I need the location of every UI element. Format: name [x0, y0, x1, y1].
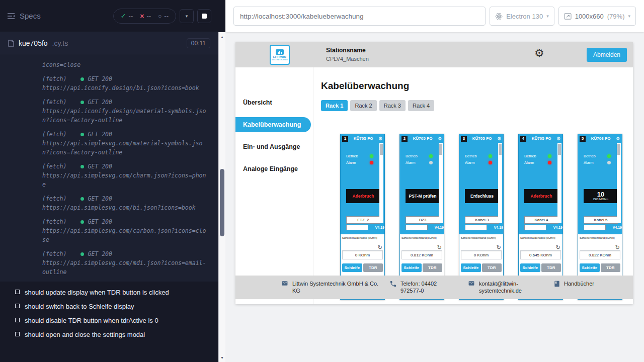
- scrollbar-thumb[interactable]: [380, 144, 383, 155]
- footer-manuals[interactable]: Handbücher: [553, 280, 594, 288]
- schleife-button[interactable]: Schleife: [520, 263, 540, 272]
- sidebar-item-ein-und-ausgaenge[interactable]: Ein- und Ausgänge: [235, 136, 313, 158]
- url-input[interactable]: [233, 7, 486, 26]
- status-display: 10 ISO MOhm: [584, 189, 618, 203]
- spec-file-row[interactable]: kue705fo.cy.ts 00:11: [0, 32, 218, 54]
- chevron-down-icon: ▾: [628, 14, 630, 19]
- betrieb-label: Betrieb: [346, 154, 358, 158]
- scrollbar-thumb[interactable]: [558, 144, 561, 155]
- scrollbar-thumb[interactable]: [439, 144, 442, 155]
- resistance-value: 0.812 KOhm: [401, 250, 442, 259]
- device-gear-icon[interactable]: ⚙: [556, 136, 561, 141]
- schleife-button[interactable]: Schleife: [401, 263, 422, 272]
- tdr-button[interactable]: TDR: [541, 263, 561, 272]
- log-entry[interactable]: (fetch)GET 200 https://api.iconify.desig…: [42, 98, 208, 125]
- tdr-button[interactable]: TDR: [363, 263, 383, 272]
- device-scrollbar[interactable]: [439, 143, 443, 223]
- test-item[interactable]: should switch back to Schleife display: [15, 303, 211, 310]
- device-gear-icon[interactable]: ⚙: [616, 136, 620, 141]
- device-scrollbar[interactable]: [617, 143, 621, 223]
- specs-menu-button[interactable]: Specs: [7, 12, 41, 20]
- fetch-tag: (fetch): [42, 249, 66, 258]
- fetch-status: GET 200: [88, 217, 112, 226]
- led-panel: Betrieb Alarm: [406, 153, 433, 166]
- footer-email: kontakt@littwin-systemtechnik.de: [467, 280, 544, 294]
- test-item[interactable]: should disable TDR button when tdrActive…: [15, 317, 211, 324]
- tab-rack-4[interactable]: Rack 4: [408, 100, 434, 111]
- log-entry[interactable]: icons=close: [42, 60, 208, 69]
- tdr-button[interactable]: TDR: [423, 263, 443, 272]
- test-title: should open and close the settings modal: [25, 331, 145, 338]
- iso-value: 10: [597, 191, 604, 198]
- collapse-button[interactable]: ▾: [180, 9, 194, 23]
- refresh-icon[interactable]: ↻: [497, 244, 501, 251]
- device-gear-icon[interactable]: ⚙: [497, 136, 502, 141]
- device-card-header: 4 KÜ705-FO ⚙: [519, 134, 562, 143]
- scrollbar-thumb[interactable]: [220, 169, 224, 236]
- refresh-icon[interactable]: ↻: [378, 244, 382, 251]
- tdr-button[interactable]: TDR: [601, 263, 621, 272]
- refresh-icon[interactable]: ↻: [437, 244, 442, 251]
- tab-rack-2[interactable]: Rack 2: [350, 100, 376, 111]
- device-scrollbar[interactable]: [557, 143, 561, 223]
- pending-count: --: [164, 12, 169, 20]
- test-stats: ✓-- ×-- ○--: [113, 9, 176, 24]
- test-item[interactable]: should open and close the settings modal: [15, 331, 211, 338]
- firmware-version: V4.19: [553, 226, 562, 229]
- viewport-select[interactable]: 1000x660 (79%) ▾: [558, 7, 636, 26]
- sidebar-item-kabelueberwachung[interactable]: Kabelüberwachung: [235, 117, 311, 132]
- scrollbar-thumb[interactable]: [499, 144, 502, 155]
- spec-file-ext: .cy.ts: [52, 39, 68, 47]
- electron-icon: [495, 13, 503, 20]
- version-field: [406, 225, 428, 230]
- tdr-button[interactable]: TDR: [482, 263, 502, 272]
- runner-scrollbar[interactable]: ▲ ▼: [218, 32, 225, 362]
- log-entry[interactable]: (fetch)GET 200 https://api.simplesvg.com…: [42, 130, 208, 157]
- stat-pending: ○--: [158, 12, 169, 20]
- command-log: icons=close (fetch)GET 200 https://api.i…: [0, 54, 218, 282]
- firmware-version: V4.19: [494, 226, 503, 229]
- schleife-button[interactable]: Schleife: [461, 263, 481, 272]
- alarm-label: Alarm: [346, 160, 356, 165]
- led-panel: Betrieb Alarm: [346, 153, 373, 166]
- sidebar-item-analoge-eingaenge[interactable]: Analoge Eingänge: [235, 158, 313, 180]
- fetch-url: https://api.simplesvg.com/bi.json?icons=…: [42, 203, 208, 212]
- tab-rack-1[interactable]: Rack 1: [321, 100, 348, 111]
- success-dot-icon: [80, 101, 84, 104]
- run-timer: 00:11: [187, 38, 210, 48]
- scroll-down-arrow-icon[interactable]: ▼: [219, 354, 225, 361]
- test-item[interactable]: should update display when TDR button is…: [15, 289, 211, 296]
- schleife-button[interactable]: Schleife: [342, 263, 362, 272]
- log-entry[interactable]: (fetch)GET 200 https://api.simplesvg.com…: [42, 217, 208, 244]
- refresh-icon[interactable]: ↻: [615, 244, 620, 251]
- alarm-label: Alarm: [465, 160, 475, 165]
- device-gear-icon[interactable]: ⚙: [438, 136, 442, 141]
- scrollbar-thumb[interactable]: [617, 144, 620, 155]
- tab-rack-3[interactable]: Rack 3: [379, 100, 406, 111]
- led-panel: Betrieb Alarm: [524, 153, 551, 166]
- device-scrollbar[interactable]: [498, 143, 502, 223]
- log-entry[interactable]: (fetch)GET 200 https://api.simplesvg.com…: [42, 194, 208, 212]
- scroll-up-arrow-icon[interactable]: ▲: [219, 33, 225, 40]
- station-name: CPLV4_Maschen: [326, 56, 369, 62]
- log-entry[interactable]: (fetch)GET 200 https://api.simplesvg.com…: [42, 162, 208, 189]
- firmware-version: V4.19: [613, 226, 622, 229]
- refresh-icon[interactable]: ↻: [556, 244, 560, 251]
- sidebar-item-uebersicht[interactable]: Übersicht: [235, 92, 313, 114]
- device-gear-icon[interactable]: ⚙: [378, 136, 383, 141]
- resistance-value: 0.822 KOhm: [580, 250, 620, 259]
- stop-run-button[interactable]: [197, 9, 211, 23]
- fetch-tag: (fetch): [42, 74, 66, 83]
- logout-button[interactable]: Abmelden: [587, 48, 627, 62]
- schleife-button[interactable]: Schleife: [580, 263, 600, 272]
- log-entry[interactable]: (fetch)GET 200 https://api.simplesvg.com…: [42, 249, 208, 277]
- browser-select[interactable]: Electron 130 ▾: [490, 7, 554, 26]
- settings-gear-icon[interactable]: ⚙: [534, 47, 544, 60]
- device-model-label: KÜ705-FO: [350, 136, 377, 141]
- success-dot-icon: [80, 252, 84, 256]
- device-card-header: 1 KÜ705-FO ⚙: [341, 134, 384, 143]
- betrieb-led: [489, 154, 492, 158]
- fetch-status: GET 200: [88, 249, 112, 258]
- log-entry[interactable]: (fetch)GET 200 https://api.iconify.desig…: [42, 74, 208, 93]
- device-scrollbar[interactable]: [379, 143, 383, 223]
